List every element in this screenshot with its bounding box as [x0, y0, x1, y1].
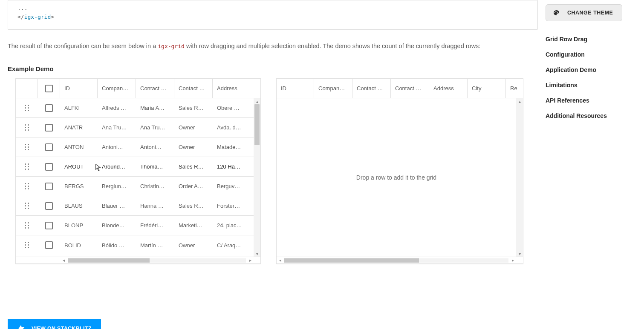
- checkbox-icon[interactable]: [45, 124, 53, 132]
- cell-id[interactable]: ANTON: [60, 144, 98, 150]
- cell-company[interactable]: Blauer …: [98, 203, 136, 209]
- view-on-stackblitz-button[interactable]: VIEW ON STACKBLITZ: [8, 319, 101, 329]
- horizontal-scrollbar[interactable]: ◂ ▸: [16, 257, 260, 263]
- cell-company[interactable]: Bólido …: [98, 242, 136, 249]
- table-row[interactable]: BLONPBlonde…Frédéri…Marketi…24, plac…: [16, 216, 254, 235]
- hscroll-thumb[interactable]: [284, 258, 419, 263]
- cell-contact-title[interactable]: Sales R…: [174, 203, 213, 209]
- table-row[interactable]: ANTONAntoni…Antoni…OwnerMatade…: [16, 137, 254, 157]
- toc-link[interactable]: Application Demo: [546, 66, 629, 73]
- scroll-left-icon[interactable]: ◂: [60, 258, 67, 263]
- toc-link[interactable]: API References: [546, 97, 629, 104]
- drag-handle[interactable]: [16, 222, 38, 229]
- cell-company[interactable]: Berglun…: [98, 183, 136, 189]
- header-select-all[interactable]: [38, 79, 60, 98]
- cell-contact-title[interactable]: Owner: [174, 242, 213, 249]
- table-row[interactable]: ALFKIAlfreds …Maria A…Sales R…Obere …: [16, 98, 254, 118]
- cell-id[interactable]: BERGS: [60, 183, 98, 189]
- header-id[interactable]: ID: [60, 79, 98, 98]
- cell-contact-name[interactable]: Christin…: [136, 183, 174, 189]
- cell-contact-name[interactable]: Hanna …: [136, 203, 174, 209]
- header-id[interactable]: ID: [277, 79, 314, 98]
- table-row[interactable]: AROUTAround…Thoma…Sales R…120 Ha…: [16, 157, 254, 177]
- header-address[interactable]: Address: [213, 79, 254, 98]
- cell-company[interactable]: Around…: [98, 163, 136, 170]
- toc-link[interactable]: Grid Row Drag: [546, 36, 629, 43]
- header-contact-title[interactable]: Contact …: [174, 79, 213, 98]
- table-row[interactable]: BLAUSBlauer …Hanna …Sales R…Forster…: [16, 196, 254, 216]
- cell-address[interactable]: 120 Ha…: [213, 163, 254, 170]
- drop-zone-message[interactable]: Drop a row to add it to the grid: [277, 98, 516, 257]
- checkbox-icon[interactable]: [45, 202, 53, 210]
- drag-handle[interactable]: [16, 163, 38, 170]
- cell-id[interactable]: ALFKI: [60, 105, 98, 111]
- row-checkbox[interactable]: [38, 202, 60, 210]
- header-city[interactable]: City: [468, 79, 506, 98]
- cell-id[interactable]: AROUT: [60, 163, 98, 170]
- toc-link[interactable]: Additional Resources: [546, 112, 629, 119]
- target-grid[interactable]: ID Compan… Contact … Contact … Address C…: [276, 78, 523, 264]
- hscroll-thumb[interactable]: [68, 258, 150, 263]
- row-checkbox[interactable]: [38, 104, 60, 112]
- checkbox-icon[interactable]: [45, 85, 53, 92]
- drag-handle[interactable]: [16, 105, 38, 112]
- scroll-left-icon[interactable]: ◂: [277, 258, 283, 263]
- table-row[interactable]: ANATRAna Tru…Ana Tru…OwnerAvda. d…: [16, 118, 254, 137]
- cell-contact-name[interactable]: Maria A…: [136, 105, 174, 111]
- header-contact-name[interactable]: Contact …: [136, 79, 174, 98]
- header-contact-title[interactable]: Contact …: [391, 79, 429, 98]
- cell-id[interactable]: BLONP: [60, 222, 98, 229]
- cell-address[interactable]: Avda. d…: [213, 124, 254, 131]
- drag-handle[interactable]: [16, 183, 38, 190]
- toc-link[interactable]: Limitations: [546, 82, 629, 89]
- row-checkbox[interactable]: [38, 183, 60, 190]
- checkbox-icon[interactable]: [45, 222, 53, 229]
- scroll-up-icon[interactable]: ▴: [254, 98, 260, 104]
- change-theme-button[interactable]: CHANGE THEME: [546, 4, 622, 21]
- header-region[interactable]: Re: [506, 79, 523, 98]
- row-checkbox[interactable]: [38, 143, 60, 151]
- header-company[interactable]: Compan…: [314, 79, 352, 98]
- row-checkbox[interactable]: [38, 241, 60, 249]
- cell-address[interactable]: Berguv…: [213, 183, 254, 189]
- cell-address[interactable]: Forster…: [213, 203, 254, 209]
- row-checkbox[interactable]: [38, 222, 60, 229]
- checkbox-icon[interactable]: [45, 104, 53, 112]
- source-grid[interactable]: ID Compan… Contact … Contact … Address A…: [15, 78, 261, 264]
- cell-contact-name[interactable]: Antoni…: [136, 144, 174, 150]
- cell-contact-name[interactable]: Martín …: [136, 242, 174, 249]
- checkbox-icon[interactable]: [45, 241, 53, 249]
- cell-contact-name[interactable]: Ana Tru…: [136, 124, 174, 131]
- drag-handle[interactable]: [16, 203, 38, 209]
- checkbox-icon[interactable]: [45, 163, 53, 171]
- cell-id[interactable]: BOLID: [60, 242, 98, 249]
- header-contact-name[interactable]: Contact …: [352, 79, 391, 98]
- row-checkbox[interactable]: [38, 124, 60, 132]
- table-row[interactable]: BERGSBerglun…Christin…Order A…Berguv…: [16, 177, 254, 196]
- drag-handle[interactable]: [16, 242, 38, 249]
- cell-id[interactable]: BLAUS: [60, 203, 98, 209]
- cell-contact-title[interactable]: Order A…: [174, 183, 213, 189]
- vertical-scrollbar[interactable]: ▴▾: [516, 98, 523, 257]
- row-checkbox[interactable]: [38, 163, 60, 171]
- cell-address[interactable]: Matade…: [213, 144, 254, 150]
- header-address[interactable]: Address: [429, 79, 468, 98]
- horizontal-scrollbar[interactable]: ◂ ▸: [277, 257, 523, 263]
- cell-id[interactable]: ANATR: [60, 124, 98, 131]
- scrollbar-thumb[interactable]: [254, 104, 260, 145]
- cell-contact-title[interactable]: Owner: [174, 124, 213, 131]
- cell-contact-name[interactable]: Thoma…: [136, 163, 174, 170]
- header-company[interactable]: Compan…: [98, 79, 136, 98]
- vertical-scrollbar[interactable]: ▴ ▾: [254, 98, 260, 257]
- cell-contact-title[interactable]: Marketi…: [174, 222, 213, 229]
- cell-address[interactable]: C/ Araq…: [213, 242, 254, 249]
- cell-contact-name[interactable]: Frédéri…: [136, 222, 174, 229]
- checkbox-icon[interactable]: [45, 143, 53, 151]
- cell-contact-title[interactable]: Sales R…: [174, 105, 213, 111]
- checkbox-icon[interactable]: [45, 183, 53, 190]
- cell-company[interactable]: Alfreds …: [98, 105, 136, 111]
- cell-address[interactable]: Obere …: [213, 105, 254, 111]
- table-row[interactable]: BOLIDBólido …Martín …OwnerC/ Araq…: [16, 235, 254, 255]
- cell-company[interactable]: Ana Tru…: [98, 124, 136, 131]
- scroll-right-icon[interactable]: ▸: [247, 258, 254, 263]
